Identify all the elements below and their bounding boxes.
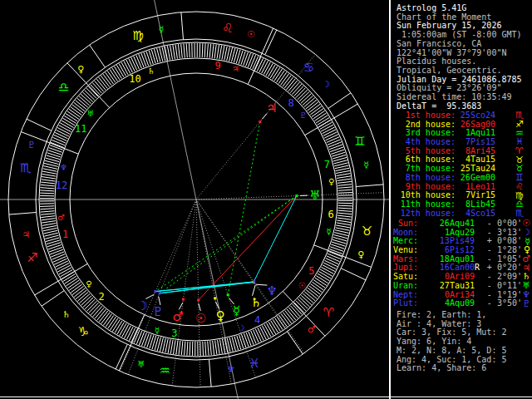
tick xyxy=(327,256,340,262)
tick xyxy=(264,324,271,337)
wheel-house-number-1: 1 xyxy=(62,229,68,240)
wheel-house-ruler-icon: ♀ xyxy=(328,177,334,186)
wheel-sign-ruler-icon: ♆ xyxy=(227,364,235,375)
house-sign-icon: ♏ xyxy=(495,209,532,218)
wheel-planet-uranus-icon: ♅ xyxy=(309,188,320,203)
sign-boundary-sagittarius xyxy=(9,213,37,215)
tick xyxy=(57,265,70,272)
tick xyxy=(205,342,206,356)
sign-boundary-cancer xyxy=(328,93,351,109)
retrograde-flag: R xyxy=(475,264,480,273)
tick xyxy=(321,267,333,273)
tick xyxy=(257,58,263,71)
wheel-sign-ruler-icon: ♇ xyxy=(27,140,36,150)
tick xyxy=(41,214,55,215)
tick xyxy=(338,190,352,190)
wheel-sign-taurus-icon: ♉ xyxy=(362,224,372,239)
tick xyxy=(251,331,257,344)
house-cusp-value: 4Sco15 xyxy=(456,209,495,219)
wheel-sign-ruler-icon: ♃ xyxy=(22,229,30,240)
tick xyxy=(260,327,267,339)
tick xyxy=(40,206,54,207)
tick xyxy=(126,60,133,72)
tick xyxy=(126,327,133,339)
tick xyxy=(121,62,128,75)
tick xyxy=(55,132,67,138)
wheel-house-number-10: 10 xyxy=(129,73,140,85)
astro-wheel-chart: ♈♂♉♀♊☿♋☽♌☉♍☿♎♀♏♇♐♃♑♄♒♅♓♆1♂2♀3☿4☽5☉6☿7♀8♇… xyxy=(0,0,391,399)
tick xyxy=(173,45,175,59)
wheel-house-ruler-icon: ☿ xyxy=(155,326,160,335)
wheel-planet-mercury-icon: ☿ xyxy=(233,303,240,318)
wheel-sign-leo-icon: ♌ xyxy=(222,21,233,36)
wheel-sign-ruler-icon: ♄ xyxy=(62,309,71,320)
sign-boundary-virgo xyxy=(181,12,184,40)
wheel-house-ruler-icon: ♆ xyxy=(60,163,67,172)
stats-line-4: M: 2, N: 8, A: 5, D: 5 xyxy=(397,347,532,356)
tick xyxy=(142,332,147,346)
wheel-sign-ruler-icon: ♂ xyxy=(308,324,316,335)
wheel-house-number-6: 6 xyxy=(328,209,333,220)
tick xyxy=(338,193,352,194)
tick xyxy=(43,169,57,171)
tick xyxy=(325,260,337,266)
radial-sun xyxy=(196,200,200,387)
tick xyxy=(337,185,352,186)
planet-row-plut: Plut:4Aqu09- 3°50'♇ xyxy=(391,299,532,308)
houses-table: 1st house:25Sco24♏2nd house:26Sag00♐3rd … xyxy=(391,111,532,218)
tick xyxy=(336,170,350,173)
wheel-sign-ruler-icon: ☽ xyxy=(322,79,330,90)
tick xyxy=(41,216,55,218)
house-cusp-value: 8Lib45 xyxy=(456,200,495,209)
info-line-11: DeltaT = 95.3683 xyxy=(397,102,532,111)
wheel-sign-ruler-icon: ♅ xyxy=(137,359,145,370)
tick xyxy=(144,52,149,66)
pointer-pluto xyxy=(159,297,160,305)
sign-boundary-capricorn xyxy=(42,291,64,307)
tick xyxy=(139,54,144,67)
tick xyxy=(337,218,352,219)
tick xyxy=(181,44,183,58)
tick xyxy=(57,130,69,136)
tick xyxy=(41,211,55,212)
tick xyxy=(336,228,350,230)
tick xyxy=(167,46,170,60)
tick xyxy=(181,341,183,355)
tick xyxy=(207,44,208,58)
house-cusp-value: 26Gem00 xyxy=(456,174,495,183)
wheel-planet-neptune-icon: ♆ xyxy=(267,283,278,298)
tick xyxy=(328,140,341,145)
wheel-sign-gemini-icon: ♊ xyxy=(354,134,365,149)
house-label: 11th house: xyxy=(391,200,456,209)
tick xyxy=(41,185,55,186)
planet-position-value: 4Aqu09 xyxy=(418,299,475,308)
tick xyxy=(42,226,57,229)
tick xyxy=(41,182,55,184)
tick xyxy=(179,341,180,355)
tick xyxy=(53,257,66,263)
tick xyxy=(170,46,173,60)
wheel-sign-ruler-icon: ♀ xyxy=(357,249,364,260)
house-sign-icon: ♎ xyxy=(495,200,532,209)
wheel-house-number-12: 12 xyxy=(56,180,67,191)
tick xyxy=(170,340,173,354)
tick xyxy=(337,220,351,223)
radial-jupiter xyxy=(196,54,315,200)
marker-sun xyxy=(197,299,200,302)
planet-daily-motion: - 3°50' xyxy=(480,299,522,308)
tick xyxy=(52,254,65,260)
tick xyxy=(215,341,217,355)
planets-table: Sun:26Aqu41- 0°00'☉Moon:1Aqu29- 3°13'☽Me… xyxy=(391,219,532,308)
tick xyxy=(335,230,349,234)
tick xyxy=(246,332,251,346)
tick xyxy=(129,59,135,71)
wheel-sign-libra-icon: ♎ xyxy=(58,80,69,95)
tick xyxy=(131,57,137,70)
tick xyxy=(338,210,352,211)
tick xyxy=(43,228,57,230)
planet-daily-motion: - 0°11' xyxy=(480,282,522,291)
tick xyxy=(220,340,223,354)
wheel-planet-moon-icon: ☽ xyxy=(137,298,148,313)
tick xyxy=(163,338,166,352)
wheel-house-ruler-icon: ♄ xyxy=(147,66,155,76)
